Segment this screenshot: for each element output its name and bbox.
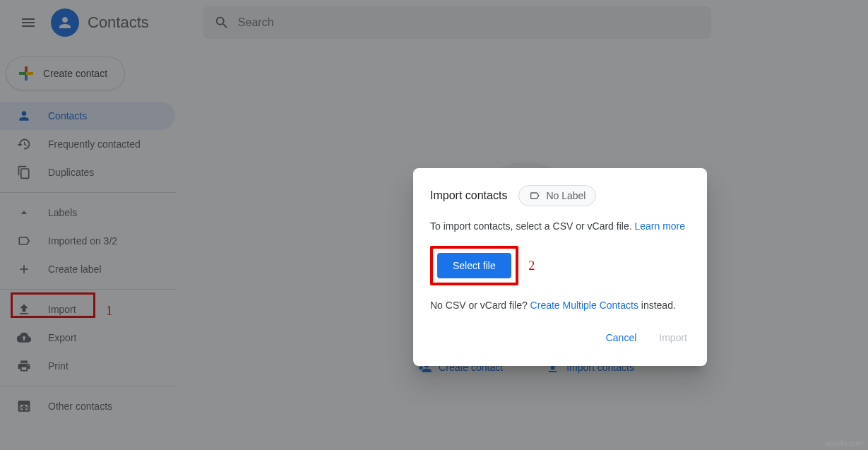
dialog-alt-text: No CSV or vCard file? Create Multiple Co… [430,298,690,312]
dialog-description: To import contacts, select a CSV or vCar… [430,219,690,233]
select-file-button[interactable]: Select file [437,253,511,278]
import-button[interactable]: Import [656,326,690,349]
learn-more-link[interactable]: Learn more [634,220,685,232]
chip-label: No Label [546,190,585,201]
label-outline-icon [529,190,540,201]
annotation-highlight-box-2: Select file [430,246,518,285]
cancel-button[interactable]: Cancel [603,326,640,349]
dialog-title: Import contacts [430,189,507,202]
annotation-number-2: 2 [528,259,535,273]
watermark-text: wsxdn.com [825,439,864,447]
import-contacts-dialog: Import contacts No Label To import conta… [413,168,707,366]
no-label-chip[interactable]: No Label [518,185,596,206]
create-multiple-contacts-link[interactable]: Create Multiple Contacts [530,300,638,311]
